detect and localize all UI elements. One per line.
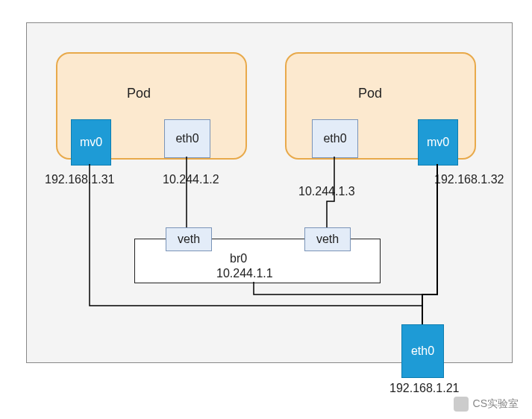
eth0-host-label: eth0 (411, 344, 434, 358)
mv0-left-label: mv0 (80, 136, 102, 149)
eth0-pod1-label: eth0 (175, 132, 198, 145)
ip-eth0-pod2: 10.244.1.3 (298, 185, 355, 198)
br0-ip: 10.244.1.1 (216, 267, 273, 280)
ip-eth0-pod1: 10.244.1.2 (163, 173, 219, 186)
veth-right: veth (304, 227, 351, 251)
watermark: CS实验室 (454, 397, 519, 412)
pod-1-label: Pod (127, 86, 151, 101)
wechat-icon (454, 397, 469, 412)
mv0-right: mv0 (418, 119, 458, 166)
eth0-pod2: eth0 (312, 119, 358, 158)
eth0-pod2-label: eth0 (323, 132, 346, 145)
eth0-pod1: eth0 (164, 119, 210, 158)
veth-right-label: veth (316, 233, 339, 246)
eth0-host: eth0 (401, 324, 444, 378)
veth-left: veth (166, 227, 212, 251)
mv0-left: mv0 (71, 119, 111, 166)
watermark-text: CS实验室 (473, 397, 519, 411)
pod-2-label: Pod (358, 86, 382, 101)
br0-label: br0 (230, 252, 247, 265)
ip-eth0-host: 192.168.1.21 (389, 382, 459, 395)
ip-mv0-left: 192.168.1.31 (45, 173, 114, 186)
mv0-right-label: mv0 (427, 136, 449, 149)
ip-mv0-right: 192.168.1.32 (434, 173, 504, 186)
veth-left-label: veth (178, 233, 200, 246)
